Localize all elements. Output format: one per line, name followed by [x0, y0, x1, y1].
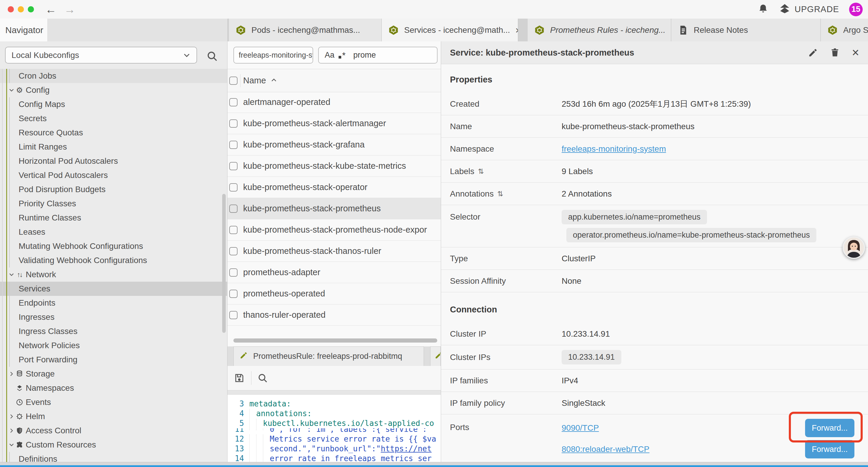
table-row[interactable]: kube-prometheus-stack-prometheus-node-ex… [227, 219, 441, 241]
table-horizontal-scrollbar[interactable] [234, 339, 437, 343]
sidebar-item-pod-disruption-budgets[interactable]: Pod Disruption Budgets [0, 182, 227, 197]
navigator-tree: Cron Jobs⚙ConfigConfig MapsSecretsResour… [0, 69, 227, 467]
user-badge[interactable]: 15 [849, 3, 863, 16]
code-link[interactable]: https://net [381, 444, 432, 453]
sidebar-item-ingress-classes[interactable]: Ingress Classes [0, 324, 227, 339]
expand-sort-icon[interactable]: ⇅ [478, 167, 484, 176]
sidebar-item-helm[interactable]: Helm [0, 409, 227, 424]
sidebar-item-config[interactable]: ⚙Config [0, 83, 227, 97]
chevron-right-icon[interactable] [8, 428, 15, 434]
row-checkbox[interactable] [229, 98, 238, 107]
regex-toggle[interactable]: * [342, 50, 346, 60]
column-header-name[interactable]: Name [243, 76, 277, 85]
namespace-select[interactable]: freeleaps-monitoring-system [234, 47, 313, 63]
sidebar-item-limit-ranges[interactable]: Limit Ranges [0, 140, 227, 154]
chevron-right-icon[interactable] [8, 413, 15, 419]
row-checkbox[interactable] [229, 205, 238, 213]
sidebar-item-horizontal-pod-autoscalers[interactable]: Horizontal Pod Autoscalers [0, 154, 227, 168]
close-panel-button[interactable]: × [852, 47, 859, 59]
sidebar-item-endpoints[interactable]: Endpoints [0, 296, 227, 310]
chevron-right-icon[interactable] [8, 371, 15, 377]
sidebar-item-services[interactable]: Services [0, 282, 227, 296]
case-sensitive-toggle[interactable]: Aa [325, 51, 335, 60]
sidebar-item-port-forwarding[interactable]: Port Forwarding [0, 353, 227, 367]
sidebar-item-network[interactable]: ↑↓Network [0, 267, 227, 282]
bottom-scrollbar-strip[interactable] [0, 462, 868, 465]
tab-release-notes[interactable]: Release Notes [671, 19, 821, 41]
sidebar-item-validating-webhook-configurations[interactable]: Validating Webhook Configurations [0, 253, 227, 267]
port-link[interactable]: 8080:reloader-web/TCP [562, 444, 649, 454]
tab-argo-se[interactable]: Argo Se [821, 19, 868, 41]
forward-button[interactable]: Forward... [805, 419, 855, 437]
table-row[interactable]: prometheus-operated [227, 283, 441, 304]
forward-button[interactable]: → [64, 4, 75, 15]
row-checkbox[interactable] [229, 268, 238, 276]
resource-search-input[interactable]: Aa * prome [318, 47, 438, 63]
delete-button[interactable] [830, 48, 840, 58]
upgrade-label: UPGRADE [795, 4, 839, 14]
sidebar-item-storage[interactable]: Storage [0, 367, 227, 381]
notifications-bell-icon[interactable] [757, 3, 769, 16]
table-row[interactable]: thanos-ruler-operated [227, 304, 441, 326]
edit-button[interactable] [808, 48, 818, 58]
port-link[interactable]: 9090/TCP [562, 423, 599, 433]
sidebar-item-label: Config Maps [19, 99, 65, 109]
row-checkbox[interactable] [229, 119, 238, 128]
sidebar-item-access-control[interactable]: Access Control [0, 424, 227, 438]
sidebar-scrollbar[interactable] [222, 194, 226, 333]
close-window-button[interactable] [8, 6, 14, 12]
minimize-window-button[interactable] [18, 6, 24, 12]
table-row[interactable]: kube-prometheus-stack-alertmanager [227, 113, 441, 134]
row-checkbox[interactable] [229, 311, 238, 319]
sidebar-item-network-policies[interactable]: Network Policies [0, 339, 227, 353]
select-all-checkbox[interactable] [229, 77, 238, 85]
row-checkbox[interactable] [229, 290, 238, 298]
back-button[interactable]: ← [45, 4, 56, 15]
navigator-tab[interactable]: Navigator [0, 19, 47, 41]
table-row[interactable]: kube-prometheus-stack-grafana [227, 134, 441, 155]
table-row[interactable]: kube-prometheus-stack-thanos-ruler [227, 241, 441, 262]
sidebar-item-ingresses[interactable]: Ingresses [0, 310, 227, 324]
sidebar-item-namespaces[interactable]: Namespaces [0, 381, 227, 395]
dock-tab[interactable]: PrometheusRule: freeleaps-prod-rabbitmq [234, 346, 424, 366]
kubeconfig-select[interactable]: Local Kubeconfigs [5, 47, 197, 63]
tab-prometheus-rules-icecheng[interactable]: Prometheus Rules - icecheng... [528, 19, 671, 41]
dock-tab-partial[interactable] [430, 346, 441, 366]
expand-sort-icon[interactable]: ⇅ [497, 190, 503, 198]
sidebar-item-priority-classes[interactable]: Priority Classes [0, 197, 227, 211]
editor-search-button[interactable] [257, 373, 268, 383]
sidebar-item-events[interactable]: Events [0, 395, 227, 409]
sidebar-item-runtime-classes[interactable]: Runtime Classes [0, 211, 227, 225]
maximize-window-button[interactable] [28, 6, 34, 12]
table-row[interactable]: alertmanager-operated [227, 92, 441, 113]
sidebar-item-custom-resources[interactable]: Custom Resources [0, 438, 227, 452]
row-checkbox[interactable] [229, 141, 238, 149]
forward-button[interactable]: Forward... [805, 440, 855, 459]
sidebar-item-resource-quotas[interactable]: Resource Quotas [0, 126, 227, 140]
sidebar-item-cron-jobs[interactable]: Cron Jobs [0, 69, 227, 83]
table-row[interactable]: prometheus-adapter [227, 262, 441, 283]
row-checkbox[interactable] [229, 226, 238, 234]
row-checkbox[interactable] [229, 162, 238, 170]
chevron-down-icon[interactable] [8, 442, 15, 448]
upgrade-button[interactable]: UPGRADE [779, 2, 839, 16]
sidebar-item-leases[interactable]: Leases [0, 225, 227, 239]
table-row[interactable]: kube-prometheus-stack-kube-state-metrics [227, 155, 441, 177]
sidebar-item-vertical-pod-autoscalers[interactable]: Vertical Pod Autoscalers [0, 168, 227, 182]
sidebar-item-secrets[interactable]: Secrets [0, 111, 227, 126]
yaml-editor[interactable]: 3metadata:4annotations:5kubectl.kubernet… [227, 395, 441, 465]
chevron-down-icon[interactable] [8, 272, 15, 278]
sidebar-item-config-maps[interactable]: Config Maps [0, 97, 227, 111]
tab-services-icecheng-math[interactable]: Services - icecheng@math...× [382, 19, 518, 41]
row-checkbox[interactable] [229, 247, 238, 255]
table-row[interactable]: kube-prometheus-stack-prometheus [227, 198, 441, 219]
save-button[interactable] [234, 373, 245, 383]
row-checkbox[interactable] [229, 183, 238, 192]
table-row[interactable]: kube-prometheus-stack-operator [227, 177, 441, 198]
sidebar-item-mutating-webhook-configurations[interactable]: Mutating Webhook Configurations [0, 239, 227, 253]
namespace-link[interactable]: freeleaps-monitoring-system [562, 144, 868, 154]
sidebar-search-button[interactable] [206, 50, 218, 62]
tab-pods-icecheng-mathmas[interactable]: Pods - icecheng@mathmas... [229, 19, 382, 41]
chevron-down-icon[interactable] [8, 87, 15, 93]
close-tab-icon[interactable]: × [515, 25, 518, 36]
